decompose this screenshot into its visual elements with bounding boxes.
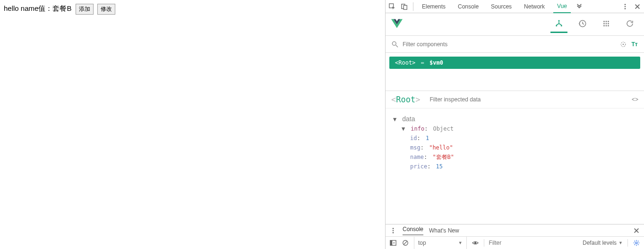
levels-label: Default levels (583, 240, 617, 246)
bracket-open: < (391, 95, 396, 104)
equals-label: = (417, 59, 428, 66)
details-root-tag: <Root> (391, 95, 420, 104)
svg-point-8 (561, 25, 562, 26)
svg-point-6 (558, 20, 560, 22)
search-icon (391, 41, 399, 48)
details-body: ▼ data ▼ info: Object id: 1 msg: "hello"… (386, 108, 644, 224)
svg-rect-2 (404, 5, 407, 9)
vue-devtools-header (386, 13, 644, 36)
refresh-tab-button[interactable] (621, 16, 638, 33)
svg-point-5 (625, 8, 626, 9)
prop-msg-row[interactable]: msg: "hello" (393, 143, 636, 152)
svg-point-23 (393, 228, 394, 229)
caret-down-icon: ▼ (402, 124, 407, 133)
context-label: top (418, 240, 426, 246)
svg-point-11 (606, 21, 607, 22)
name-value: 套餐B (52, 4, 71, 12)
key-price: price (410, 163, 427, 170)
svg-point-18 (608, 25, 609, 26)
tab-vue[interactable]: Vue (553, 0, 571, 13)
tab-network[interactable]: Network (520, 0, 549, 13)
more-tabs-icon[interactable] (575, 3, 583, 10)
divider (484, 239, 484, 247)
clear-icon[interactable] (402, 239, 409, 247)
val-price: 15 (436, 163, 443, 170)
caret-down-icon: ▼ (393, 115, 399, 124)
format-icon[interactable]: Tт (631, 41, 638, 48)
sidebar-toggle-icon[interactable] (389, 239, 397, 247)
dropdown-icon: ▼ (458, 241, 463, 245)
info-object-row[interactable]: ▼ info: Object (393, 124, 636, 133)
page-content: hello name值：套餐B 添加 修改 (0, 0, 385, 249)
greeting-text: hello (4, 4, 19, 12)
devtools-tab-bar: Elements Console Sources Network Vue (386, 0, 644, 13)
val-object: Object (433, 125, 454, 132)
add-button[interactable]: 添加 (76, 4, 94, 15)
key-msg: msg (410, 144, 421, 151)
history-tab-button[interactable] (574, 16, 591, 33)
svg-point-29 (474, 242, 476, 244)
svg-point-10 (603, 21, 605, 22)
divider (627, 239, 628, 247)
console-filter-input[interactable] (489, 240, 578, 246)
svg-point-30 (635, 242, 637, 244)
tab-elements[interactable]: Elements (418, 0, 449, 13)
drawer-tab-whats-new[interactable]: What's New (429, 227, 459, 234)
svg-point-24 (393, 230, 394, 231)
root-name: Root (396, 95, 415, 104)
component-root-item[interactable]: <Root> = $vm0 (389, 57, 640, 69)
svg-point-15 (608, 23, 609, 25)
svg-rect-27 (390, 241, 392, 246)
console-drawer: Console What's New top ▼ (386, 224, 644, 249)
val-name: "套餐B" (432, 154, 454, 160)
devtools-panel: Elements Console Sources Network Vue (385, 0, 644, 249)
tab-sources[interactable]: Sources (487, 0, 515, 13)
val-id: 1 (426, 135, 429, 141)
component-details: <Root> <> ▼ data ▼ info: Object id: 1 (386, 91, 644, 224)
kebab-menu-icon[interactable] (621, 3, 629, 10)
edit-button[interactable]: 修改 (97, 4, 115, 15)
svg-point-12 (608, 21, 609, 22)
key-id: id (410, 135, 417, 141)
components-tab-button[interactable] (550, 16, 567, 33)
svg-point-17 (606, 25, 607, 26)
gear-icon[interactable] (633, 239, 640, 247)
svg-point-16 (603, 25, 605, 26)
levels-selector[interactable]: Default levels ▼ (583, 240, 623, 246)
close-icon[interactable] (633, 227, 640, 234)
close-icon[interactable] (634, 3, 641, 10)
context-selector[interactable]: top ▼ (414, 237, 467, 249)
svg-point-3 (625, 4, 626, 5)
console-toolbar: top ▼ Default levels ▼ (386, 237, 644, 249)
prop-price-row[interactable]: price: 15 (393, 162, 636, 171)
filter-components-input[interactable] (403, 41, 616, 48)
vue-logo-icon (391, 18, 403, 31)
name-label: name值： (19, 4, 53, 12)
kebab-menu-icon[interactable] (389, 227, 397, 234)
data-section[interactable]: ▼ data (393, 114, 636, 124)
prop-name-row[interactable]: name: "套餐B" (393, 152, 636, 162)
svg-point-7 (556, 25, 557, 26)
data-heading: data (402, 115, 415, 123)
svg-point-4 (625, 6, 626, 7)
drawer-tab-console[interactable]: Console (403, 226, 423, 235)
target-icon[interactable] (619, 41, 627, 48)
filter-components-row: Tт (386, 36, 644, 53)
key-name: name (410, 154, 424, 160)
prop-id-row[interactable]: id: 1 (393, 133, 636, 143)
console-drawer-tabs: Console What's New (386, 224, 644, 237)
vm-ref-label: $vm0 (429, 59, 443, 66)
toggle-code-icon[interactable]: <> (632, 96, 638, 103)
tab-console[interactable]: Console (454, 0, 482, 13)
divider (413, 2, 413, 11)
eye-icon[interactable] (472, 239, 479, 247)
filter-inspected-input[interactable] (429, 96, 627, 103)
svg-point-13 (603, 23, 605, 25)
svg-point-25 (393, 232, 394, 233)
inspect-icon[interactable] (388, 3, 396, 10)
val-msg: "hello" (429, 144, 453, 151)
device-icon[interactable] (401, 3, 408, 10)
grid-tab-button[interactable] (598, 16, 615, 33)
svg-point-21 (623, 43, 624, 45)
component-root-label: <Root> (395, 59, 415, 66)
